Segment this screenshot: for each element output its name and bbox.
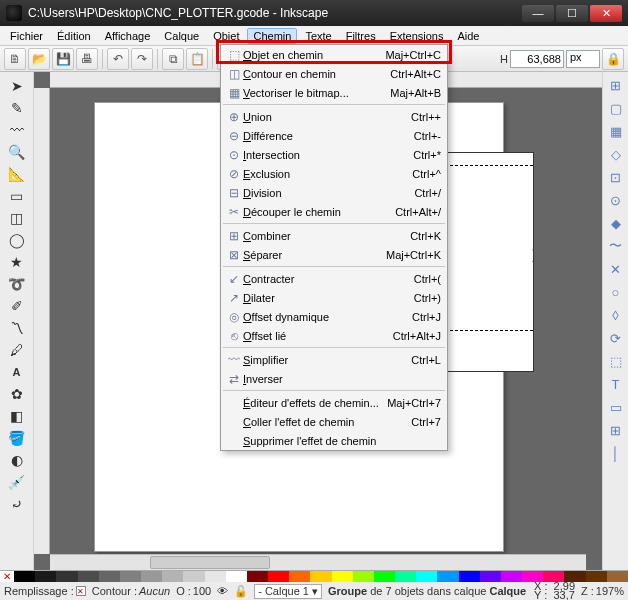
color-swatch[interactable] [183, 571, 204, 582]
fill-swatch[interactable] [76, 586, 86, 596]
spray-tool-icon[interactable]: ✿ [5, 383, 29, 404]
snap-corner-icon[interactable]: ◇ [606, 144, 626, 164]
menu-item[interactable]: Éditeur d'effets de chemin...Maj+Ctrl+7 [221, 393, 447, 412]
bezier-tool-icon[interactable]: 〽 [5, 317, 29, 338]
menu-item[interactable]: ⎋Offset liéCtrl+Alt+J [221, 326, 447, 345]
measure-tool-icon[interactable]: 📐 [5, 163, 29, 184]
minimize-button[interactable]: — [522, 5, 554, 22]
undo-icon[interactable]: ↶ [107, 48, 129, 70]
snap-path-icon[interactable]: 〜 [606, 236, 626, 256]
new-file-icon[interactable]: 🗎 [4, 48, 26, 70]
open-file-icon[interactable]: 📂 [28, 48, 50, 70]
color-swatch[interactable] [501, 571, 522, 582]
menu-objet[interactable]: Objet [207, 28, 245, 44]
copy-icon[interactable]: ⧉ [162, 48, 184, 70]
node-tool-icon[interactable]: ✎ [5, 97, 29, 118]
menu-extensions[interactable]: Extensions [384, 28, 450, 44]
menu-fichier[interactable]: Fichier [4, 28, 49, 44]
menu-item[interactable]: ⊘ExclusionCtrl+^ [221, 164, 447, 183]
menu-item[interactable]: ⊖DifférenceCtrl+- [221, 126, 447, 145]
color-swatch[interactable] [374, 571, 395, 582]
color-swatch[interactable] [56, 571, 77, 582]
snap-object-icon[interactable]: ⬚ [606, 351, 626, 371]
menu-item[interactable]: ◎Offset dynamiqueCtrl+J [221, 307, 447, 326]
menu-item[interactable]: ⊠SéparerMaj+Ctrl+K [221, 245, 447, 264]
menu-item[interactable]: ✂Découper le cheminCtrl+Alt+/ [221, 202, 447, 221]
selector-tool-icon[interactable]: ➤ [5, 75, 29, 96]
menu-affichage[interactable]: Affichage [99, 28, 157, 44]
ellipse-tool-icon[interactable]: ◯ [5, 229, 29, 250]
close-button[interactable]: ✕ [590, 5, 622, 22]
menu-item[interactable]: Supprimer l'effet de chemin [221, 431, 447, 450]
unit-select[interactable]: px [566, 50, 600, 68]
redo-icon[interactable]: ↷ [131, 48, 153, 70]
color-swatch[interactable] [310, 571, 331, 582]
color-swatch[interactable] [35, 571, 56, 582]
connector-tool-icon[interactable]: ⤾ [5, 493, 29, 514]
menu-item[interactable]: ⊟DivisionCtrl+/ [221, 183, 447, 202]
lock-icon[interactable]: 🔒 [602, 48, 624, 70]
color-swatch[interactable] [459, 571, 480, 582]
color-swatch[interactable] [78, 571, 99, 582]
selection-handle[interactable]: ↘ [530, 315, 534, 339]
horizontal-scrollbar[interactable] [50, 554, 586, 570]
3dbox-tool-icon[interactable]: ◫ [5, 207, 29, 228]
calligraphy-tool-icon[interactable]: 🖊 [5, 339, 29, 360]
spiral-tool-icon[interactable]: ➰ [5, 273, 29, 294]
menu-item[interactable]: ⊞CombinerCtrl+K [221, 226, 447, 245]
color-swatch[interactable] [353, 571, 374, 582]
menu-texte[interactable]: Texte [299, 28, 337, 44]
zoom-tool-icon[interactable]: 🔍 [5, 141, 29, 162]
layer-lock-icon[interactable]: 🔓 [234, 585, 248, 598]
color-swatch[interactable] [607, 571, 628, 582]
layer-select[interactable]: - Calque 1 ▾ [254, 584, 322, 599]
menu-item[interactable]: 〰SimplifierCtrl+L [221, 350, 447, 369]
selection-handle[interactable]: ➤ [530, 243, 534, 267]
menu-item[interactable]: Coller l'effet de cheminCtrl+7 [221, 412, 447, 431]
menu-filtres[interactable]: Filtres [340, 28, 382, 44]
menu-item[interactable]: ⊕UnionCtrl++ [221, 107, 447, 126]
paste-icon[interactable]: 📋 [186, 48, 208, 70]
menu-item[interactable]: ⇄Inverser [221, 369, 447, 388]
menu-aide[interactable]: Aide [451, 28, 485, 44]
snap-bbox-icon[interactable]: ▢ [606, 98, 626, 118]
color-swatch[interactable] [120, 571, 141, 582]
pencil-tool-icon[interactable]: ✐ [5, 295, 29, 316]
dropper-tool-icon[interactable]: 💉 [5, 471, 29, 492]
zoom-value[interactable]: 197% [596, 585, 624, 597]
paintbucket-tool-icon[interactable]: 🪣 [5, 427, 29, 448]
eraser-tool-icon[interactable]: ◧ [5, 405, 29, 426]
snap-intersection-icon[interactable]: ✕ [606, 259, 626, 279]
menu-calque[interactable]: Calque [158, 28, 205, 44]
snap-midpoint-icon[interactable]: ⊡ [606, 167, 626, 187]
scrollbar-thumb[interactable] [150, 556, 270, 569]
color-swatch[interactable] [141, 571, 162, 582]
snap-center-icon[interactable]: ⊙ [606, 190, 626, 210]
color-swatch[interactable] [162, 571, 183, 582]
snap-grid-icon[interactable]: ⊞ [606, 420, 626, 440]
text-tool-icon[interactable]: A [5, 361, 29, 382]
color-swatch[interactable] [586, 571, 607, 582]
snap-page-icon[interactable]: ▭ [606, 397, 626, 417]
snap-node-icon[interactable]: ◆ [606, 213, 626, 233]
menu-item[interactable]: ⊙IntersectionCtrl+* [221, 145, 447, 164]
color-swatch[interactable] [416, 571, 437, 582]
snap-guide-icon[interactable]: │ [606, 443, 626, 463]
menu-chemin[interactable]: Chemin [247, 28, 297, 44]
menu-item[interactable]: ◫Contour en cheminCtrl+Alt+C [221, 64, 447, 83]
snap-smooth-icon[interactable]: ○ [606, 282, 626, 302]
color-swatch[interactable] [480, 571, 501, 582]
color-swatch[interactable] [395, 571, 416, 582]
color-swatch[interactable] [332, 571, 353, 582]
color-swatch[interactable] [99, 571, 120, 582]
menu-item[interactable]: ↙ContracterCtrl+( [221, 269, 447, 288]
menu-edition[interactable]: Édition [51, 28, 97, 44]
color-swatch[interactable] [289, 571, 310, 582]
color-swatch[interactable] [247, 571, 268, 582]
color-swatch[interactable] [268, 571, 289, 582]
snap-edge-icon[interactable]: ▦ [606, 121, 626, 141]
save-file-icon[interactable]: 💾 [52, 48, 74, 70]
menu-item[interactable]: ⬚Objet en cheminMaj+Ctrl+C [221, 45, 447, 64]
color-swatch[interactable] [437, 571, 458, 582]
snap-rotation-icon[interactable]: ⟳ [606, 328, 626, 348]
